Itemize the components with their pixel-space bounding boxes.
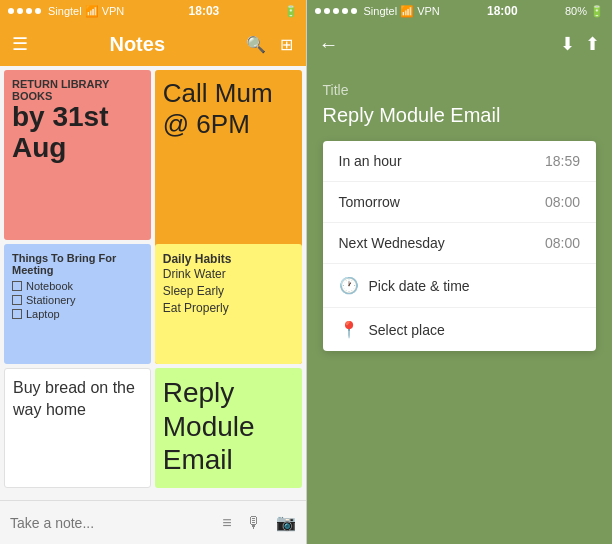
mic-icon[interactable]: 🎙 <box>246 514 262 532</box>
download-icon[interactable]: ⬇ <box>560 33 575 55</box>
right-panel: Singtel 📶 VPN 18:00 80% 🔋 ← ⬇ ⬆ Title Re… <box>307 0 613 544</box>
take-note-input[interactable] <box>10 515 214 531</box>
bottom-bar: ≡ 🎙 📷 <box>0 500 306 544</box>
reminder-wednesday-label: Next Wednesday <box>339 235 445 251</box>
battery-icon-right: 🔋 <box>590 5 604 18</box>
note-reply-email[interactable]: Reply Module Email <box>155 368 302 488</box>
list-item-notebook: Notebook <box>12 280 143 292</box>
list-item-laptop: Laptop <box>12 308 143 320</box>
note-orange-body: Call Mum @ 6PM <box>163 78 294 140</box>
checkbox-stationery <box>12 295 22 305</box>
note-return-library[interactable]: RETURN LIBRARY BOOKS by 31st Aug <box>4 70 151 240</box>
menu-icon[interactable]: ☰ <box>12 33 28 55</box>
grid-icon[interactable]: ⊞ <box>280 35 293 54</box>
note-white-body: Buy bread on the way home <box>13 377 142 422</box>
header-icons: 🔍 ⊞ <box>246 35 293 54</box>
wifi-icon-left: 📶 <box>85 5 99 18</box>
reminder-place-label: Select place <box>369 322 445 338</box>
battery-pct-right: 80% <box>565 5 587 17</box>
location-icon: 📍 <box>339 320 359 339</box>
reminder-in-hour-time: 18:59 <box>545 153 580 169</box>
status-bar-left: Singtel 📶 VPN 18:03 🔋 <box>0 0 306 22</box>
time-right: 18:00 <box>487 4 518 18</box>
wifi-icon-right: 📶 <box>400 5 414 18</box>
reminder-tomorrow-time: 08:00 <box>545 194 580 210</box>
note-red-body: by 31st Aug <box>12 102 143 164</box>
carrier-left: Singtel <box>48 5 82 17</box>
reminder-wednesday-time: 08:00 <box>545 235 580 251</box>
reminder-popup: In an hour 18:59 Tomorrow 08:00 Next Wed… <box>323 141 597 351</box>
bottom-icons: ≡ 🎙 📷 <box>222 513 295 532</box>
header-right: ← ⬇ ⬆ <box>307 22 613 66</box>
camera-icon[interactable]: 📷 <box>276 513 296 532</box>
note-green-body: Reply Module Email <box>163 376 294 477</box>
header-left: ☰ Notes 🔍 ⊞ <box>0 22 306 66</box>
reminder-in-hour-label: In an hour <box>339 153 402 169</box>
clock-icon: 🕐 <box>339 276 359 295</box>
reminder-datetime-label: Pick date & time <box>369 278 470 294</box>
reminder-next-wednesday[interactable]: Next Wednesday 08:00 <box>323 223 597 264</box>
notes-grid: RETURN LIBRARY BOOKS by 31st Aug Call Mu… <box>0 66 306 500</box>
app-title: Notes <box>109 33 165 56</box>
note-meeting[interactable]: Things To Bring For Meeting Notebook Sta… <box>4 244 151 364</box>
title-label: Title <box>323 82 597 98</box>
reminder-tomorrow-label: Tomorrow <box>339 194 400 210</box>
note-red-title: RETURN LIBRARY BOOKS <box>12 78 143 102</box>
checkbox-notebook <box>12 281 22 291</box>
time-left: 18:03 <box>189 4 220 18</box>
vpn-label-right: VPN <box>417 5 440 17</box>
checkbox-laptop <box>12 309 22 319</box>
note-yellow-body: Drink Water Sleep Early Eat Properly <box>163 266 294 316</box>
note-blue-title: Things To Bring For Meeting <box>12 252 143 276</box>
note-detail: Title Reply Module Email In an hour 18:5… <box>307 66 613 544</box>
note-bread[interactable]: Buy bread on the way home <box>4 368 151 488</box>
status-bar-right: Singtel 📶 VPN 18:00 80% 🔋 <box>307 0 613 22</box>
carrier-right: Singtel <box>364 5 398 17</box>
search-icon[interactable]: 🔍 <box>246 35 266 54</box>
battery-left: 🔋 <box>284 5 298 18</box>
list-item-stationery: Stationery <box>12 294 143 306</box>
reminder-pick-datetime[interactable]: 🕐 Pick date & time <box>323 264 597 308</box>
reminder-place-wrapper: 📍 Select place <box>339 320 445 339</box>
vpn-label-left: VPN <box>102 5 125 17</box>
reminder-in-hour[interactable]: In an hour 18:59 <box>323 141 597 182</box>
list-icon[interactable]: ≡ <box>222 514 231 532</box>
back-button[interactable]: ← <box>319 33 339 56</box>
note-daily-habits[interactable]: Daily Habits Drink Water Sleep Early Eat… <box>155 244 302 364</box>
note-title: Reply Module Email <box>323 104 597 127</box>
note-blue-list: Notebook Stationery Laptop <box>12 280 143 320</box>
left-panel: Singtel 📶 VPN 18:03 🔋 ☰ Notes 🔍 ⊞ RETURN… <box>0 0 306 544</box>
share-icon[interactable]: ⬆ <box>585 33 600 55</box>
reminder-tomorrow[interactable]: Tomorrow 08:00 <box>323 182 597 223</box>
reminder-datetime-wrapper: 🕐 Pick date & time <box>339 276 470 295</box>
header-right-icons: ⬇ ⬆ <box>560 33 600 55</box>
note-yellow-title: Daily Habits <box>163 252 294 266</box>
reminder-select-place[interactable]: 📍 Select place <box>323 308 597 351</box>
